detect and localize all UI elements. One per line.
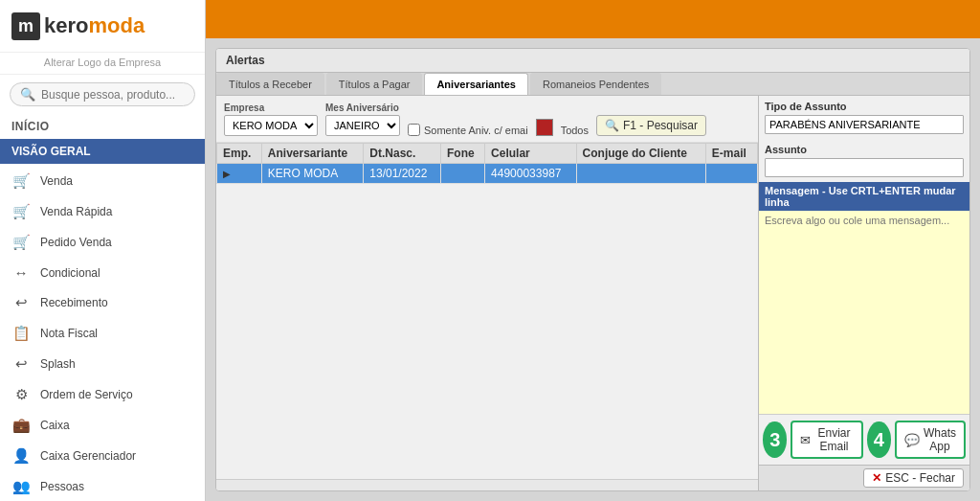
sidebar-item-pessoas[interactable]: 👥 Pessoas <box>0 471 205 501</box>
tipo-label: Tipo de Assunto <box>765 101 964 112</box>
cell-conjuge <box>576 164 705 184</box>
pedido-venda-icon: 🛒 <box>11 234 31 251</box>
search-button[interactable]: 🔍 F1 - Pesquisar <box>596 115 706 136</box>
sidebar-item-recebimento[interactable]: ↩ Recebimento <box>0 287 205 318</box>
cell-arrow: ▶ <box>217 164 262 184</box>
logo-area: m kero moda <box>0 0 205 53</box>
close-button[interactable]: ✕ ESC - Fechar <box>863 468 964 488</box>
logo-kero: kero <box>44 13 88 38</box>
col-aniversariante: Aniversariante <box>261 144 364 164</box>
top-bar <box>206 0 980 38</box>
sidebar-item-caixa-gerenciador-label: Caixa Gerenciador <box>40 449 136 463</box>
pessoas-icon: 👥 <box>11 478 31 495</box>
assunto-section: Assunto <box>759 139 969 182</box>
color-box[interactable] <box>536 119 553 136</box>
sidebar-item-pedido-venda-label: Pedido Venda <box>40 236 112 249</box>
assunto-label: Assunto <box>765 144 964 155</box>
sidebar-item-venda-label: Venda <box>40 174 73 188</box>
sidebar-item-venda-rapida[interactable]: 🛒 Venda Rápida <box>0 196 205 227</box>
caixa-gerenciador-icon: 👤 <box>11 447 31 465</box>
search-input[interactable] <box>41 88 185 102</box>
col-dt-nasc: Dt.Nasc. <box>364 144 441 164</box>
col-emp: Emp. <box>217 144 262 164</box>
tipo-input[interactable] <box>765 115 964 134</box>
sidebar-item-nota-fiscal-label: Nota Fiscal <box>40 327 98 340</box>
whatsapp-button[interactable]: 💬 Whats App <box>895 421 966 459</box>
whatsapp-label: Whats App <box>924 426 956 453</box>
cell-email <box>705 164 757 184</box>
col-fone: Fone <box>441 144 485 164</box>
email-icon: ✉ <box>800 433 811 447</box>
splash-icon: ↩ <box>11 355 31 373</box>
sidebar-item-venda[interactable]: 🛒 Venda <box>0 166 205 196</box>
condicional-icon: ↔ <box>11 264 31 281</box>
col-conjuge: Conjuge do Cliente <box>576 144 705 164</box>
todos-label: Todos <box>561 125 589 136</box>
ordem-servico-icon: ⚙ <box>11 386 31 403</box>
recebimento-icon: ↩ <box>11 294 31 311</box>
sidebar: m kero moda Alterar Logo da Empresa 🔍 IN… <box>0 0 206 501</box>
cell-fone <box>441 164 485 184</box>
table-row[interactable]: ▶ KERO MODA 13/01/2022 44900033987 <box>217 164 758 184</box>
enviar-email-button[interactable]: ✉ Enviar Email <box>791 421 862 459</box>
checkbox-group: Somente Aniv. c/ emai <box>408 124 528 136</box>
logo-m-box: m <box>11 12 40 40</box>
search-btn-label: F1 - Pesquisar <box>623 119 698 132</box>
col-email: E-mail <box>705 144 757 164</box>
venda-rapida-icon: 🛒 <box>11 203 31 220</box>
sidebar-item-pessoas-label: Pessoas <box>40 480 84 493</box>
content-area: Alertas Títulos a Receber Títulos a Paga… <box>206 38 980 501</box>
main-area: Alertas Títulos a Receber Títulos a Paga… <box>206 0 980 501</box>
horizontal-scrollbar[interactable] <box>216 479 758 490</box>
sidebar-item-ordem-servico-label: Ordem de Serviço <box>40 388 133 401</box>
inicio-label: INÍCIO <box>0 114 205 139</box>
sidebar-item-caixa-gerenciador[interactable]: 👤 Caixa Gerenciador <box>0 441 205 471</box>
sidebar-item-ordem-servico[interactable]: ⚙ Ordem de Serviço <box>0 379 205 410</box>
mes-group: Mes Aniversário JANEIRO <box>325 102 400 136</box>
tab-aniversariantes[interactable]: Aniversariantes <box>424 73 528 95</box>
sidebar-item-splash[interactable]: ↩ Splash <box>0 349 205 379</box>
close-label: ESC - Fechar <box>885 471 955 485</box>
col-celular: Celular <box>485 144 577 164</box>
empresa-select[interactable]: KERO MODA <box>224 115 318 136</box>
mensagem-textarea[interactable] <box>759 211 969 414</box>
left-col: Empresa KERO MODA Mes Aniversário JANEIR… <box>216 96 759 490</box>
sidebar-nav: 🛒 Venda 🛒 Venda Rápida 🛒 Pedido Venda ↔ … <box>0 166 205 501</box>
circle-3: 3 <box>763 421 787 458</box>
footer-row: ✕ ESC - Fechar <box>759 465 969 490</box>
cell-celular: 44900033987 <box>485 164 577 184</box>
alertas-panel: Alertas Títulos a Receber Títulos a Paga… <box>215 48 970 491</box>
tab-romaneios[interactable]: Romaneios Pendentes <box>530 73 661 95</box>
whatsapp-icon: 💬 <box>904 433 920 447</box>
mensagem-header: Mensagem - Use CRTL+ENTER mudar linha <box>759 182 969 211</box>
empresa-label: Empresa <box>224 102 318 113</box>
sidebar-item-nota-fiscal[interactable]: 📋 Nota Fiscal <box>0 318 205 349</box>
search-bar[interactable]: 🔍 <box>10 82 195 106</box>
sidebar-item-venda-rapida-label: Venda Rápida <box>40 205 112 218</box>
cell-aniversariante: KERO MODA <box>261 164 364 184</box>
tipo-section: Tipo de Assunto <box>759 96 969 139</box>
alertas-title: Alertas <box>216 49 969 73</box>
sidebar-item-caixa[interactable]: 💼 Caixa <box>0 410 205 441</box>
sidebar-item-pedido-venda[interactable]: 🛒 Pedido Venda <box>0 227 205 258</box>
sidebar-item-condicional[interactable]: ↔ Condicional <box>0 258 205 287</box>
alterar-logo-label: Alterar Logo da Empresa <box>0 53 205 75</box>
nota-fiscal-icon: 📋 <box>11 325 31 342</box>
empresa-group: Empresa KERO MODA <box>224 102 318 136</box>
close-x-icon: ✕ <box>872 471 881 485</box>
sidebar-item-recebimento-label: Recebimento <box>40 296 108 309</box>
right-col: Tipo de Assunto Assunto Mensagem - Use C… <box>759 96 969 490</box>
assunto-input[interactable] <box>765 158 964 177</box>
filter-row: Empresa KERO MODA Mes Aniversário JANEIR… <box>216 96 758 143</box>
sidebar-item-caixa-label: Caixa <box>40 419 70 432</box>
mes-label: Mes Aniversário <box>325 102 400 113</box>
sidebar-item-splash-label: Splash <box>40 357 76 371</box>
somente-aniv-label: Somente Aniv. c/ emai <box>424 125 528 136</box>
tab-titulos-receber[interactable]: Títulos a Receber <box>216 73 324 95</box>
tab-titulos-pagar[interactable]: Títulos a Pagar <box>326 73 423 95</box>
data-table: Emp. Aniversariante Dt.Nasc. Fone Celula… <box>216 143 758 479</box>
mes-select[interactable]: JANEIRO <box>325 115 400 136</box>
venda-icon: 🛒 <box>11 172 31 190</box>
somente-aniv-checkbox[interactable] <box>408 124 420 136</box>
caixa-icon: 💼 <box>11 417 31 434</box>
